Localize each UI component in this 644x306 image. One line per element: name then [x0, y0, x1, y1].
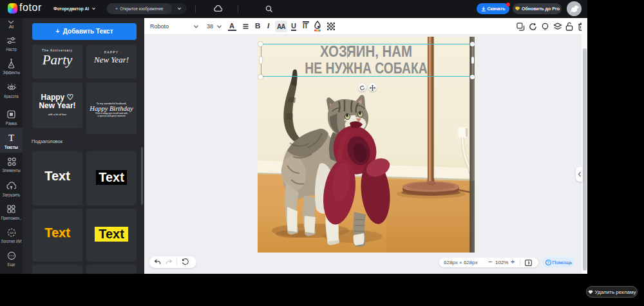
svg-text:co: co: [10, 231, 14, 234]
